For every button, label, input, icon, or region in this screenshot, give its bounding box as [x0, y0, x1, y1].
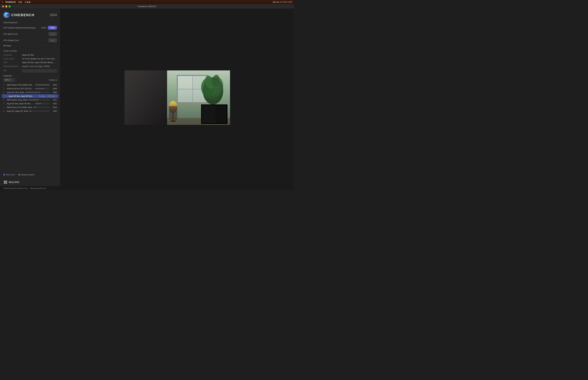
sys-val-gpu: Apple M2 Max, Apple M2 Max (Metal, Drive… — [22, 61, 57, 63]
rank-bar-fill-2 — [35, 88, 45, 89]
dropdown-chevron-icon: ▼ — [10, 79, 11, 81]
perf-mp-value: - — [50, 45, 55, 47]
sys-key-os: Operating System — [3, 65, 22, 67]
rank-score-6: 4332 — [51, 103, 57, 105]
rank-bar-area-6: Apple M1 Max, Apple M1 Max, Metal — [7, 103, 50, 105]
menu-help[interactable]: 도움말 — [24, 1, 31, 3]
rank-bar-fill-5 — [28, 99, 39, 100]
menu-file[interactable]: 파일 — [18, 1, 22, 3]
your-score-dot — [3, 174, 5, 175]
rank-bar-1 — [35, 84, 50, 86]
start-cpu-multi-button[interactable]: Start — [49, 32, 57, 36]
logo-area: CINEBENCH 2024 — [0, 9, 60, 20]
rank-item-3: 3. Apple M1 Ultra, Metal 5968 — [0, 91, 60, 94]
gpu-dropdown[interactable]: GPU ▼ — [3, 78, 15, 82]
ranking-section-header: RANKING — [3, 75, 12, 77]
rank-label-2: NVIDIA GeForce RTX 2070 SUPER, CUDA — [7, 88, 34, 90]
system-section-header: YOUR SYSTEM — [0, 48, 60, 53]
rank-score-5: 4721 — [51, 99, 57, 101]
rank-bar-area-3: Apple M1 Ultra, Metal — [7, 91, 50, 93]
sys-key-cores: Cores x GHz — [3, 58, 22, 60]
rank-bar-2 — [35, 88, 50, 89]
rank-bar-fill-3 — [25, 92, 40, 93]
rank-bar-area-2: NVIDIA GeForce RTX 2070 SUPER, CUDA — [7, 88, 50, 90]
info-input[interactable] — [22, 69, 57, 73]
maximize-button[interactable] — [8, 5, 11, 7]
rank-score-1: 9643 — [51, 84, 57, 86]
menu-bar-right: 9월 6일 (수) 오후 11:05 — [273, 1, 292, 3]
traffic-lights — [2, 5, 11, 7]
rank-item-7: 7. AMD Radeon Pro 5500M, Metal 2034 — [0, 105, 60, 109]
svg-rect-25 — [202, 105, 216, 123]
perf-cpu-multi-value: - — [42, 33, 47, 35]
sys-row-os: Operating System macOS: 버전 13.4.1(빌드 22F… — [0, 64, 60, 69]
rank-number-6: 6. — [3, 103, 6, 105]
menu-time: 9월 6일 (수) 오후 11:05 — [273, 1, 292, 3]
maxon-logo: MAXON — [3, 180, 19, 184]
close-button[interactable] — [2, 5, 4, 7]
rank-bar-fill-1 — [35, 84, 50, 86]
logo-left: CINEBENCH — [3, 12, 35, 18]
maxon-logo-area: MAXON — [0, 178, 60, 186]
svg-rect-21 — [169, 106, 177, 120]
rank-item-8: 8. Apple M1, Apple M1, Metal 1260 — [0, 109, 60, 113]
rank-label-1: AMD Radeon PRO W6800, AMD Radeon PRO W68… — [7, 84, 34, 86]
perf-gpu-value: 08:22 — [41, 27, 46, 29]
render-canvas — [60, 9, 294, 186]
identical-system-dot — [18, 174, 20, 175]
rank-item-4: 4. Apple M2 Max, Apple M2 Max, Metal Run… — [2, 94, 58, 98]
rank-number-2: 2. — [3, 88, 6, 90]
rank-bar-area-1: AMD Radeon PRO W6800, AMD Radeon PRO W68… — [7, 84, 50, 86]
rank-bar-8 — [29, 110, 50, 112]
sys-val-cores: 12 Cores (Single Core @ 3.7 GHz, Multi C… — [22, 58, 57, 60]
main-layout: CINEBENCH 2024 PERFORMANCE GPU (System R… — [0, 9, 294, 186]
perf-row-gpu: GPU (System Requirements) Running ... 08… — [0, 25, 60, 31]
stop-button[interactable]: Stop — [48, 26, 57, 30]
status-bar: Performing GPU Render Test ... Rendering… — [0, 186, 294, 190]
apple-menu-icon[interactable]:  — [2, 1, 3, 3]
svg-rect-3 — [4, 182, 5, 184]
status-text: Performing GPU Render Test ... Rendering… — [3, 187, 46, 189]
render-scene-svg — [125, 70, 230, 125]
rank-bar-3 — [25, 92, 50, 93]
rank-bar-area-4: Apple M2 Max, Apple M2 Max, Metal — [8, 95, 38, 97]
rank-bar-5 — [28, 99, 50, 100]
minimize-button[interactable] — [5, 5, 7, 7]
rank-label-8: Apple M1, Apple M1, Metal — [7, 110, 28, 112]
rank-number-1: 1. — [3, 84, 6, 86]
sys-row-cores: Cores x GHz 12 Cores (Single Core @ 3.7 … — [0, 57, 60, 60]
svg-rect-11 — [178, 76, 192, 88]
svg-rect-4 — [6, 182, 7, 184]
ranking-controls: GPU ▼ Details ⊞ — [0, 78, 60, 83]
details-button[interactable]: Details ⊞ — [49, 79, 57, 81]
cinebench-year: 2024 — [50, 13, 57, 17]
perf-cpu-multi-label: CPU (Multi Core) — [3, 33, 42, 35]
perf-mp-label: MP Ratio — [3, 45, 50, 47]
svg-rect-1 — [4, 181, 5, 182]
rank-bar-area-8: Apple M1, Apple M1, Metal — [7, 110, 50, 112]
sys-val-processor: Apple M2 Max — [22, 54, 57, 56]
rank-item-1: 1. AMD Radeon PRO W6800, AMD Radeon PRO … — [0, 83, 60, 87]
rank-bar-7 — [33, 107, 50, 108]
svg-rect-2 — [6, 181, 7, 182]
rank-number-5: 5. — [3, 99, 6, 101]
scene-container — [60, 9, 294, 186]
ranking-header: RANKING — [0, 73, 60, 78]
perf-row-cpu-multi: CPU (Multi Core) - Start — [0, 31, 60, 37]
menu-bar-left:  Cinebench 파일 도움말 — [2, 1, 31, 3]
rank-number-8: 8. — [3, 110, 6, 112]
sys-val-os: macOS: 버전 13.4.1(빌드 22F82) — [22, 65, 57, 68]
perf-cpu-single-value: - — [42, 39, 47, 41]
rank-score-8: 1260 — [51, 110, 57, 112]
rank-list: 1. AMD Radeon PRO W6800, AMD Radeon PRO … — [0, 83, 60, 113]
rank-bar-6 — [35, 103, 50, 104]
rank-label-6: Apple M1 Max, Apple M1 Max, Metal — [7, 103, 34, 105]
app-menu-cinebench[interactable]: Cinebench — [5, 1, 16, 3]
rank-label-4: Apple M2 Max, Apple M2 Max, Metal — [8, 95, 36, 97]
rank-item-6: 6. Apple M1 Max, Apple M1 Max, Metal 433… — [0, 102, 60, 105]
performance-section-header: PERFORMANCE — [0, 20, 60, 25]
sys-row-gpu: GPU Apple M2 Max, Apple M2 Max (Metal, D… — [0, 60, 60, 64]
start-cpu-single-button[interactable]: Start — [49, 38, 57, 42]
perf-gpu-label: GPU (System Requirements) Running ... — [3, 27, 41, 29]
rank-label-7: AMD Radeon Pro 5500M, Metal — [7, 106, 32, 108]
